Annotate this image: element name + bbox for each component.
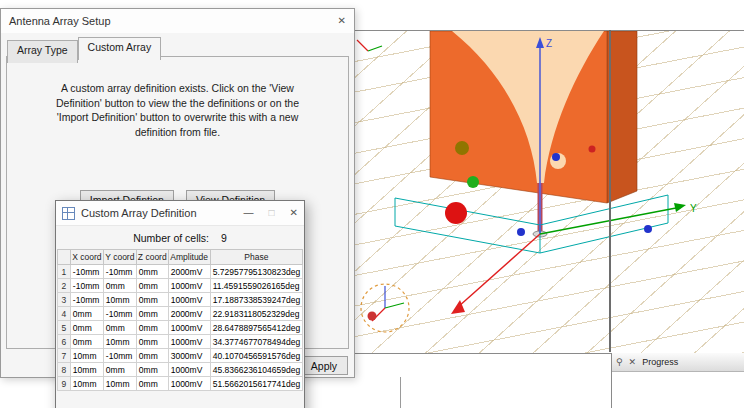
cell-y-coord[interactable]: 0mm	[103, 363, 136, 377]
cell-z-coord[interactable]: 0mm	[136, 363, 168, 377]
y-axis-label: Y	[690, 203, 697, 214]
cell-x-coord[interactable]: 0mm	[70, 321, 103, 335]
element-dot-red-small[interactable]	[589, 146, 596, 153]
element-dot-green[interactable]	[467, 176, 479, 188]
cell-amplitude[interactable]: 1000mV	[168, 363, 210, 377]
z-axis-label: Z	[546, 38, 552, 49]
cell-phase[interactable]: 5.72957795130823deg	[210, 265, 302, 279]
number-of-cells-value: 9	[221, 232, 227, 244]
dialog-titlebar[interactable]: Antenna Array Setup ✕	[1, 9, 354, 33]
modeler-3d-view[interactable]: Z Y	[352, 30, 744, 354]
cell-z-coord[interactable]: 0mm	[136, 321, 168, 335]
dialog-titlebar[interactable]: Custom Array Definition — □ ✕	[56, 201, 304, 226]
cell-x-coord[interactable]: -10mm	[70, 265, 103, 279]
antenna-body[interactable]	[430, 31, 637, 203]
cell-phase[interactable]: 45.8366236104659deg	[210, 363, 302, 377]
cell-x-coord[interactable]: -10mm	[70, 279, 103, 293]
table-row[interactable]: 4 0mm -10mm 0mm 2000mV 22.9183118052329d…	[57, 307, 302, 321]
element-dot-blue-2[interactable]	[517, 228, 525, 236]
row-number: 5	[57, 321, 70, 335]
cell-z-coord[interactable]: 0mm	[136, 335, 168, 349]
tab-strip: Array Type Custom Array	[7, 37, 161, 60]
cell-amplitude[interactable]: 1000mV	[168, 279, 210, 293]
cell-y-coord[interactable]: -10mm	[103, 265, 136, 279]
table-row[interactable]: 3 -10mm 10mm 0mm 1000mV 17.1887338539247…	[57, 293, 302, 307]
number-of-cells: Number of cells:9	[56, 232, 304, 244]
cell-amplitude[interactable]: 1000mV	[168, 335, 210, 349]
cell-z-coord[interactable]: 0mm	[136, 349, 168, 363]
cell-phase[interactable]: 34.3774677078494deg	[210, 335, 302, 349]
table-row[interactable]: 5 0mm 0mm 0mm 1000mV 28.6478897565412deg	[57, 321, 302, 335]
cell-x-coord[interactable]: 0mm	[70, 335, 103, 349]
cell-y-coord[interactable]: -10mm	[103, 349, 136, 363]
element-dot-blue-3[interactable]	[644, 225, 652, 233]
table-row[interactable]: 9 10mm 10mm 0mm 1000mV 51.5662015617741d…	[57, 377, 302, 391]
row-number: 7	[57, 349, 70, 363]
window-splitter[interactable]	[609, 30, 611, 352]
pin-icon[interactable]: ⚲	[616, 358, 623, 367]
cell-amplitude[interactable]: 2000mV	[168, 307, 210, 321]
cell-phase[interactable]: 22.9183118052329deg	[210, 307, 302, 321]
dialog-title: Antenna Array Setup	[9, 15, 111, 27]
close-icon[interactable]: ✕	[290, 208, 298, 218]
cell-amplitude[interactable]: 1000mV	[168, 293, 210, 307]
row-number: 2	[57, 279, 70, 293]
array-definition-table: X coordY coordZ coordAmplitudePhase 1 -1…	[57, 249, 303, 391]
row-number: 4	[57, 307, 70, 321]
row-number: 9	[57, 377, 70, 391]
cell-x-coord[interactable]: 10mm	[70, 377, 103, 391]
cell-x-coord[interactable]: 0mm	[70, 307, 103, 321]
application-window: Z Y	[0, 0, 744, 408]
maximize-icon[interactable]: □	[269, 208, 275, 218]
row-number: 3	[57, 293, 70, 307]
cell-x-coord[interactable]: 10mm	[70, 349, 103, 363]
table-row[interactable]: 6 0mm 10mm 0mm 1000mV 34.3774677078494de…	[57, 335, 302, 349]
cell-y-coord[interactable]: 10mm	[103, 377, 136, 391]
cell-x-coord[interactable]: 10mm	[70, 363, 103, 377]
table-icon	[62, 207, 75, 220]
cell-amplitude[interactable]: 3000mV	[168, 349, 210, 363]
coordinate-system-widget[interactable]	[361, 284, 409, 332]
cell-amplitude[interactable]: 1000mV	[168, 321, 210, 335]
cell-phase[interactable]: 28.6478897565412deg	[210, 321, 302, 335]
element-dot-blue-1[interactable]	[552, 153, 560, 161]
close-icon[interactable]: ✕	[338, 16, 346, 26]
cell-z-coord[interactable]: 0mm	[136, 265, 168, 279]
cell-z-coord[interactable]: 0mm	[136, 307, 168, 321]
cell-y-coord[interactable]: -10mm	[103, 307, 136, 321]
cell-x-coord[interactable]: -10mm	[70, 293, 103, 307]
cell-phase[interactable]: 17.1887338539247deg	[210, 293, 302, 307]
cell-z-coord[interactable]: 0mm	[136, 279, 168, 293]
cell-z-coord[interactable]: 0mm	[136, 377, 168, 391]
column-header: Z coord	[136, 250, 168, 265]
bounding-box[interactable]	[395, 195, 668, 253]
tab-array-type[interactable]: Array Type	[7, 40, 78, 63]
column-header: Phase	[210, 250, 302, 265]
element-dot-olive[interactable]	[455, 141, 469, 155]
progress-header: ⚲ ✕ Progress	[612, 353, 744, 372]
tab-custom-array[interactable]: Custom Array	[78, 37, 162, 60]
row-number: 1	[57, 265, 70, 279]
table-row[interactable]: 2 -10mm 0mm 0mm 1000mV 11.4591559026165d…	[57, 279, 302, 293]
table-row[interactable]: 7 10mm -10mm 0mm 3000mV 40.1070456591576…	[57, 349, 302, 363]
mini-axes-icon	[357, 40, 382, 51]
apply-button[interactable]: Apply	[300, 356, 348, 375]
cell-z-coord[interactable]: 0mm	[136, 293, 168, 307]
cell-y-coord[interactable]: 10mm	[103, 293, 136, 307]
cell-y-coord[interactable]: 0mm	[103, 279, 136, 293]
cell-y-coord[interactable]: 10mm	[103, 335, 136, 349]
close-icon[interactable]: ✕	[629, 358, 637, 367]
column-header: X coord	[70, 250, 103, 265]
cell-amplitude[interactable]: 1000mV	[168, 377, 210, 391]
table-row[interactable]: 1 -10mm -10mm 0mm 2000mV 5.7295779513082…	[57, 265, 302, 279]
column-header: Amplitude	[168, 250, 210, 265]
element-dot-red-large[interactable]	[445, 202, 467, 224]
minimize-icon[interactable]: —	[244, 208, 254, 218]
cell-amplitude[interactable]: 2000mV	[168, 265, 210, 279]
cell-phase[interactable]: 51.5662015617741deg	[210, 377, 302, 391]
cell-phase[interactable]: 11.4591559026165deg	[210, 279, 302, 293]
cell-y-coord[interactable]: 0mm	[103, 321, 136, 335]
table-row[interactable]: 8 10mm 0mm 0mm 1000mV 45.8366236104659de…	[57, 363, 302, 377]
cell-phase[interactable]: 40.1070456591576deg	[210, 349, 302, 363]
column-header: Y coord	[103, 250, 136, 265]
